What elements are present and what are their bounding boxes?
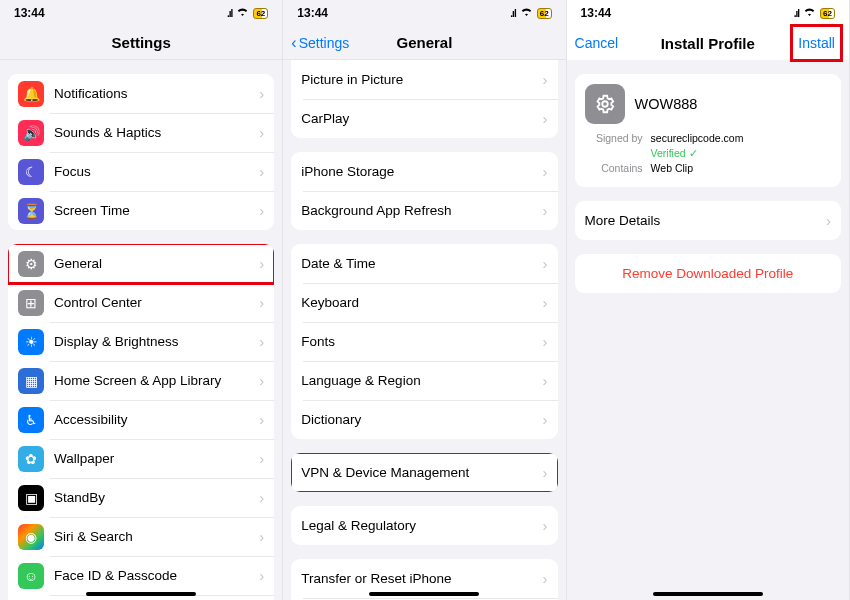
status-indicators: .ıl 62 [794, 6, 835, 20]
row-label: General [54, 256, 259, 271]
row-label: Dictionary [301, 412, 542, 427]
row-label: Date & Time [301, 256, 542, 271]
settings-row-accessibility[interactable]: ♿︎Accessibility› [8, 400, 274, 439]
chevron-right-icon: › [259, 202, 264, 219]
row-label: Display & Brightness [54, 334, 259, 349]
row-label: CarPlay [301, 111, 542, 126]
general-row-storage[interactable]: iPhone Storage› [291, 152, 557, 191]
general-row-langregion[interactable]: Language & Region› [291, 361, 557, 400]
controlcenter-icon: ⊞ [18, 290, 44, 316]
general-row-bgrefresh[interactable]: Background App Refresh› [291, 191, 557, 230]
status-bar: 13:44 .ıl 62 [283, 0, 565, 26]
settings-row-screentime[interactable]: ⏳Screen Time› [8, 191, 274, 230]
chevron-right-icon: › [543, 71, 548, 88]
install-profile-panel: 13:44 .ıl 62 Cancel Install Profile Inst… [567, 0, 850, 600]
wallpaper-icon: ✿ [18, 446, 44, 472]
chevron-right-icon: › [543, 333, 548, 350]
contains-row: Contains Web Clip [585, 162, 831, 174]
row-label: Keyboard [301, 295, 542, 310]
general-row-dictionary[interactable]: Dictionary› [291, 400, 557, 439]
settings-row-notifications[interactable]: 🔔Notifications› [8, 74, 274, 113]
row-label: Language & Region [301, 373, 542, 388]
settings-row-homescreen[interactable]: ▦Home Screen & App Library› [8, 361, 274, 400]
row-label: Face ID & Passcode [54, 568, 259, 583]
chevron-right-icon: › [543, 294, 548, 311]
contains-label: Contains [585, 162, 643, 174]
home-indicator[interactable] [369, 592, 479, 596]
cancel-button[interactable]: Cancel [575, 26, 619, 60]
nav-header: ‹ Settings General [283, 26, 565, 60]
settings-row-faceid[interactable]: ☺Face ID & Passcode› [8, 556, 274, 595]
settings-root-panel: 13:44 .ıl 62 Settings 🔔Notifications›🔊So… [0, 0, 283, 600]
settings-row-standby[interactable]: ▣StandBy› [8, 478, 274, 517]
wifi-icon [803, 6, 816, 20]
chevron-right-icon: › [259, 255, 264, 272]
profile-card: WOW888 Signed by secureclipcode.com Veri… [575, 74, 841, 187]
status-time: 13:44 [581, 6, 612, 20]
more-details-row[interactable]: More Details › [575, 201, 841, 240]
remove-profile-button[interactable]: Remove Downloaded Profile [575, 254, 841, 293]
general-row-pip[interactable]: Picture in Picture› [291, 60, 557, 99]
chevron-right-icon: › [259, 411, 264, 428]
general-row-datetime[interactable]: Date & Time› [291, 244, 557, 283]
general-row-fonts[interactable]: Fonts› [291, 322, 557, 361]
signed-by-row: Signed by secureclipcode.com [585, 132, 831, 144]
signed-by-label: Signed by [585, 132, 643, 144]
home-indicator[interactable] [86, 592, 196, 596]
siri-icon: ◉ [18, 524, 44, 550]
chevron-right-icon: › [543, 163, 548, 180]
chevron-right-icon: › [543, 411, 548, 428]
general-row-legal[interactable]: Legal & Regulatory› [291, 506, 557, 545]
cellular-icon: .ıl [510, 8, 515, 19]
back-button[interactable]: ‹ Settings [291, 26, 349, 60]
page-title: Settings [112, 34, 171, 51]
profile-name: WOW888 [635, 96, 698, 112]
settings-row-general[interactable]: ⚙General› [8, 244, 274, 283]
settings-list[interactable]: 🔔Notifications›🔊Sounds & Haptics›☾Focus›… [0, 60, 282, 600]
general-row-vpn[interactable]: VPN & Device Management› [291, 453, 557, 492]
cellular-icon: .ıl [794, 8, 799, 19]
row-label: Notifications [54, 86, 259, 101]
row-label: Transfer or Reset iPhone [301, 571, 542, 586]
display-icon: ☀ [18, 329, 44, 355]
cellular-icon: .ıl [227, 8, 232, 19]
install-button[interactable]: Install [792, 26, 841, 60]
settings-row-siri[interactable]: ◉Siri & Search› [8, 517, 274, 556]
settings-row-wallpaper[interactable]: ✿Wallpaper› [8, 439, 274, 478]
nav-header: Settings [0, 26, 282, 60]
row-label: Background App Refresh [301, 203, 542, 218]
row-label: VPN & Device Management [301, 465, 542, 480]
chevron-left-icon: ‹ [291, 35, 296, 51]
chevron-right-icon: › [259, 124, 264, 141]
settings-row-controlcenter[interactable]: ⊞Control Center› [8, 283, 274, 322]
settings-row-focus[interactable]: ☾Focus› [8, 152, 274, 191]
row-label: Focus [54, 164, 259, 179]
home-indicator[interactable] [653, 592, 763, 596]
signed-by-value: secureclipcode.com [651, 132, 744, 144]
row-label: Accessibility [54, 412, 259, 427]
status-time: 13:44 [14, 6, 45, 20]
page-title: General [397, 34, 453, 51]
general-icon: ⚙ [18, 251, 44, 277]
sounds-icon: 🔊 [18, 120, 44, 146]
status-bar: 13:44 .ıl 62 [567, 0, 849, 26]
battery-indicator: 62 [253, 8, 268, 19]
row-label: Screen Time [54, 203, 259, 218]
row-label: StandBy [54, 490, 259, 505]
accessibility-icon: ♿︎ [18, 407, 44, 433]
verified-row: Verified [585, 147, 831, 159]
homescreen-icon: ▦ [18, 368, 44, 394]
chevron-right-icon: › [259, 372, 264, 389]
chevron-right-icon: › [259, 163, 264, 180]
general-row-keyboard[interactable]: Keyboard› [291, 283, 557, 322]
general-list[interactable]: Picture in Picture›CarPlay› iPhone Stora… [283, 60, 565, 600]
settings-row-display[interactable]: ☀Display & Brightness› [8, 322, 274, 361]
more-details-group: More Details › [575, 201, 841, 240]
svg-point-0 [602, 101, 608, 107]
chevron-right-icon: › [259, 567, 264, 584]
screentime-icon: ⏳ [18, 198, 44, 224]
chevron-right-icon: › [259, 528, 264, 545]
settings-row-sounds[interactable]: 🔊Sounds & Haptics› [8, 113, 274, 152]
general-row-carplay[interactable]: CarPlay› [291, 99, 557, 138]
row-label: Fonts [301, 334, 542, 349]
